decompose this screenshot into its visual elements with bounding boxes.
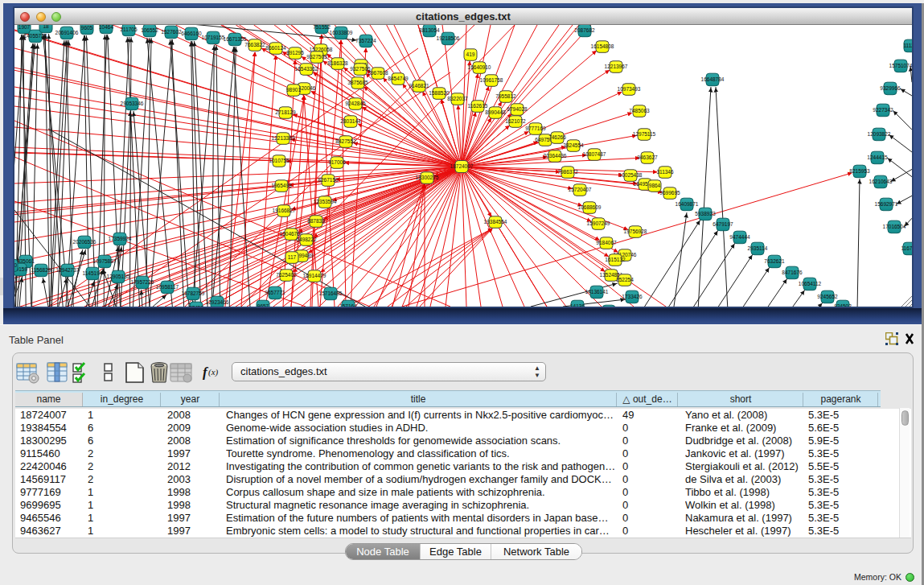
svg-text:8215953: 8215953: [849, 168, 870, 174]
svg-text:6498222: 6498222: [296, 237, 317, 242]
svg-text:924502: 924502: [834, 303, 852, 307]
svg-text:19756928: 19756928: [624, 229, 647, 234]
svg-text:29053346: 29053346: [121, 101, 144, 106]
svg-text:7986372: 7986372: [557, 169, 578, 175]
svg-text:12923466: 12923466: [206, 299, 229, 305]
svg-text:19218506: 19218506: [437, 35, 460, 41]
svg-text:1162615: 1162615: [468, 103, 488, 109]
svg-text:887833: 887833: [307, 218, 325, 224]
svg-text:10975887: 10975887: [93, 258, 117, 264]
svg-text:419: 419: [466, 51, 475, 57]
svg-text:7955812: 7955812: [495, 93, 516, 99]
svg-text:9864: 9864: [649, 183, 661, 188]
svg-text:8813054: 8813054: [419, 27, 440, 33]
svg-text:9150: 9150: [14, 262, 18, 268]
svg-text:9227342: 9227342: [873, 107, 893, 113]
svg-text:19384554: 19384554: [484, 219, 507, 225]
svg-text:18724007: 18724007: [450, 163, 474, 169]
svg-text:1145194: 1145194: [83, 270, 103, 276]
svg-text:9657771: 9657771: [265, 290, 285, 295]
svg-text:15692971: 15692971: [875, 201, 898, 207]
svg-text:98901: 98901: [286, 87, 301, 93]
svg-text:2935114: 2935114: [748, 245, 768, 251]
svg-text:751552: 751552: [313, 25, 331, 30]
svg-text:16914479: 16914479: [303, 273, 326, 278]
svg-text:18300275: 18300275: [416, 175, 439, 180]
svg-text:6466160: 6466160: [181, 31, 202, 36]
svg-text:12942737: 12942737: [56, 267, 80, 273]
svg-text:10688609: 10688609: [578, 204, 602, 210]
svg-text:8990448: 8990448: [485, 109, 506, 115]
svg-text:15751074: 15751074: [889, 63, 912, 68]
svg-text:5938923: 5938923: [695, 211, 716, 216]
svg-text:116753: 116753: [901, 245, 912, 251]
svg-text:18: 18: [43, 25, 49, 29]
svg-text:1527602: 1527602: [161, 29, 182, 35]
svg-text:16543362: 16543362: [295, 66, 318, 72]
svg-text:15907249: 15907249: [587, 220, 610, 226]
svg-text:14055724: 14055724: [24, 33, 47, 39]
svg-text:10958117: 10958117: [156, 284, 179, 290]
svg-text:3875685: 3875685: [347, 80, 368, 85]
svg-text:9245652: 9245652: [817, 294, 838, 299]
svg-text:1156829: 1156829: [31, 267, 51, 273]
svg-text:7663822: 7663822: [244, 42, 265, 47]
svg-text:3824554: 3824554: [563, 142, 584, 148]
svg-text:8427552: 8427552: [335, 138, 356, 144]
svg-text:2087682: 2087682: [574, 27, 595, 33]
svg-text:9777169: 9777169: [525, 126, 546, 131]
svg-text:1588520: 1588520: [429, 90, 450, 96]
svg-text:9605: 9605: [81, 25, 93, 31]
svg-text:17359924: 17359924: [109, 236, 132, 241]
svg-text:12213389: 12213389: [272, 135, 295, 141]
svg-text:7632621: 7632621: [764, 258, 785, 264]
svg-text:311346: 311346: [656, 169, 674, 175]
svg-text:106552: 106552: [141, 27, 158, 33]
svg-text:14136: 14136: [570, 303, 585, 307]
svg-text:7625402: 7625402: [276, 272, 297, 278]
svg-text:9329966: 9329966: [880, 85, 901, 91]
svg-text:11124: 11124: [903, 43, 912, 48]
svg-text:917006: 917006: [328, 159, 346, 165]
svg-text:7485063: 7485063: [629, 108, 650, 113]
svg-text:10961758: 10961758: [480, 77, 503, 83]
svg-text:8660124: 8660124: [265, 45, 286, 51]
svg-text:8471676: 8471676: [782, 270, 803, 275]
svg-text:12905135: 12905135: [107, 274, 130, 279]
svg-text:10046766: 10046766: [280, 231, 303, 237]
svg-text:746266: 746266: [548, 134, 566, 140]
svg-text:1733426: 1733426: [622, 294, 643, 299]
svg-text:6794028: 6794028: [507, 106, 528, 112]
svg-text:2718129: 2718129: [275, 109, 296, 115]
svg-text:10973493: 10973493: [618, 86, 641, 92]
svg-text:9463627: 9463627: [637, 154, 658, 160]
svg-text:252254: 252254: [616, 277, 634, 282]
svg-text:20364436: 20364436: [544, 153, 567, 159]
svg-text:16782759: 16782759: [182, 290, 205, 296]
svg-text:15720407: 15720407: [569, 187, 592, 192]
svg-text:157164: 157164: [339, 303, 357, 307]
svg-text:8454749: 8454749: [388, 76, 409, 81]
svg-text:10654112: 10654112: [799, 281, 822, 286]
svg-text:16671355: 16671355: [224, 36, 247, 42]
svg-text:(x): (x): [208, 367, 219, 377]
svg-text:17016504: 17016504: [883, 224, 906, 229]
svg-text:1965498: 1965498: [271, 183, 292, 188]
svg-text:6479197: 6479197: [713, 221, 733, 227]
svg-text:19166827: 19166827: [273, 208, 296, 213]
svg-text:16640910: 16640910: [468, 64, 491, 70]
svg-text:16033809: 16033809: [330, 30, 353, 35]
svg-text:9327503: 9327503: [306, 54, 327, 60]
svg-text:8322037: 8322037: [447, 96, 468, 101]
svg-text:20206536: 20206536: [73, 239, 97, 245]
svg-text:9146821: 9146821: [409, 83, 429, 89]
svg-text:211705: 211705: [120, 27, 138, 32]
svg-text:10719155: 10719155: [202, 35, 225, 40]
svg-text:10025438: 10025438: [619, 172, 643, 178]
svg-text:16154808: 16154808: [591, 43, 614, 49]
svg-text:9184067: 9184067: [596, 240, 617, 245]
svg-text:12213967: 12213967: [605, 64, 628, 69]
svg-text:1010755: 1010755: [269, 158, 290, 163]
svg-text:14136141: 14136141: [585, 289, 609, 295]
svg-text:15716485: 15716485: [319, 290, 343, 296]
